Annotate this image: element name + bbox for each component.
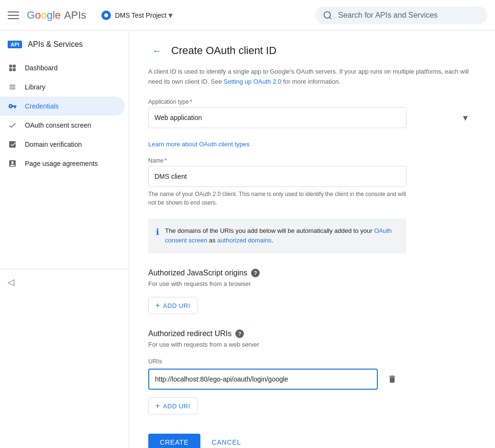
trash-icon bbox=[387, 374, 397, 384]
info-banner-text: The domains of the URIs you add below wi… bbox=[165, 226, 399, 246]
delete-uri-button[interactable] bbox=[384, 371, 401, 388]
page-description: A client ID is used to identify a single… bbox=[148, 67, 473, 87]
sidebar-item-credentials[interactable]: Credentials bbox=[0, 97, 125, 116]
name-field-group: Name * The name of your OAuth 2.0 client… bbox=[148, 157, 473, 207]
uri-row bbox=[148, 369, 473, 390]
add-uri-js-label: ADD URI bbox=[163, 302, 190, 309]
page-title: Create OAuth client ID bbox=[171, 44, 276, 57]
google-apis-logo: Google APIs bbox=[27, 9, 86, 22]
search-bar[interactable]: Search for APIs and Services bbox=[315, 7, 487, 24]
js-origins-help-icon[interactable]: ? bbox=[251, 269, 260, 277]
content-inner: ← Create OAuth client ID A client ID is … bbox=[129, 31, 493, 448]
name-field-hint: The name of your OAuth 2.0 client. This … bbox=[148, 190, 407, 207]
credentials-icon bbox=[8, 101, 17, 111]
credentials-label: Credentials bbox=[25, 102, 59, 110]
svg-rect-3 bbox=[13, 65, 16, 67]
redirect-uris-help-icon[interactable]: ? bbox=[235, 329, 244, 338]
hamburger-menu[interactable] bbox=[8, 10, 19, 21]
oauth-icon bbox=[8, 120, 17, 130]
library-label: Library bbox=[25, 83, 45, 91]
sidebar-title: APIs & Services bbox=[28, 40, 83, 49]
sidebar-item-library[interactable]: Library bbox=[0, 77, 125, 97]
back-button[interactable]: ← bbox=[148, 42, 165, 59]
search-placeholder: Search for APIs and Services bbox=[338, 11, 438, 20]
project-name: DMS Test Project bbox=[115, 11, 166, 19]
info-banner: ℹ The domains of the URIs you add below … bbox=[148, 219, 407, 254]
top-nav: Google APIs DMS Test Project ▾ Search fo… bbox=[0, 0, 495, 31]
api-badge: API bbox=[8, 41, 22, 48]
add-uri-redirect-plus-icon: + bbox=[155, 402, 160, 410]
dashboard-label: Dashboard bbox=[25, 64, 58, 72]
domain-verification-label: Domain verification bbox=[25, 141, 82, 148]
info-icon: ℹ bbox=[156, 227, 159, 237]
sidebar-item-page-usage[interactable]: Page usage agreements bbox=[0, 154, 125, 173]
authorized-domains-link[interactable]: authorized domains bbox=[217, 237, 271, 244]
sidebar-item-domain-verification[interactable]: Domain verification bbox=[0, 135, 125, 154]
uris-label: URIs bbox=[148, 358, 473, 365]
collapse-icon: ◁ bbox=[8, 277, 14, 287]
domain-icon bbox=[8, 140, 17, 149]
add-uri-redirect-button[interactable]: + ADD URI bbox=[148, 397, 198, 415]
sidebar: API APIs & Services Dashboard Library Cr… bbox=[0, 31, 129, 448]
sidebar-item-oauth-consent[interactable]: OAuth consent screen bbox=[0, 116, 125, 135]
uri-input[interactable] bbox=[148, 369, 378, 390]
redirect-uris-section: Authorized redirect URIs ? For use with … bbox=[148, 329, 473, 415]
collapse-sidebar-btn[interactable]: ◁ bbox=[0, 269, 129, 295]
back-arrow-icon: ← bbox=[152, 45, 162, 56]
js-origins-title: Authorized JavaScript origins ? bbox=[148, 269, 473, 277]
dashboard-icon bbox=[8, 63, 17, 73]
cancel-button[interactable]: CANCEL bbox=[208, 434, 245, 448]
create-button[interactable]: CREATE bbox=[148, 434, 200, 448]
library-icon bbox=[8, 82, 17, 92]
add-uri-redirect-label: ADD URI bbox=[163, 403, 190, 410]
oauth-setup-link[interactable]: Setting up OAuth 2.0 bbox=[224, 78, 282, 85]
svg-rect-4 bbox=[9, 68, 12, 71]
search-icon bbox=[323, 11, 332, 20]
project-dot bbox=[101, 11, 111, 20]
content-area: ← Create OAuth client ID A client ID is … bbox=[129, 31, 495, 448]
back-header: ← Create OAuth client ID bbox=[148, 42, 473, 59]
svg-rect-2 bbox=[9, 65, 12, 67]
app-type-select-wrapper: Web application ▾ bbox=[148, 107, 473, 128]
name-field-label: Name bbox=[148, 157, 164, 164]
project-selector[interactable]: DMS Test Project ▾ bbox=[98, 7, 176, 23]
page-usage-icon bbox=[8, 159, 17, 168]
redirect-uris-title: Authorized redirect URIs ? bbox=[148, 329, 473, 338]
name-input[interactable] bbox=[148, 166, 407, 187]
svg-rect-5 bbox=[13, 68, 16, 71]
main-layout: API APIs & Services Dashboard Library Cr… bbox=[0, 31, 495, 448]
page-usage-label: Page usage agreements bbox=[25, 160, 98, 167]
svg-point-0 bbox=[324, 11, 330, 18]
redirect-uris-desc: For use with requests from a web server bbox=[148, 341, 473, 348]
learn-more-link[interactable]: Learn more about OAuth client types bbox=[148, 141, 250, 148]
add-uri-js-button[interactable]: + ADD URI bbox=[148, 297, 198, 314]
js-origins-section: Authorized JavaScript origins ? For use … bbox=[148, 269, 473, 314]
application-type-select[interactable]: Web application bbox=[148, 107, 407, 128]
select-arrow-icon: ▾ bbox=[463, 112, 468, 123]
application-type-field: Application type * Web application ▾ bbox=[148, 98, 473, 128]
sidebar-item-dashboard[interactable]: Dashboard bbox=[0, 58, 125, 77]
project-dropdown-arrow: ▾ bbox=[168, 10, 173, 21]
app-type-label: Application type bbox=[148, 98, 189, 105]
svg-line-1 bbox=[330, 17, 331, 19]
oauth-consent-label: OAuth consent screen bbox=[25, 121, 91, 129]
js-origins-desc: For use with requests from a browser bbox=[148, 280, 473, 287]
sidebar-header: API APIs & Services bbox=[0, 34, 129, 55]
add-uri-js-plus-icon: + bbox=[155, 301, 160, 310]
bottom-actions: CREATE CANCEL bbox=[148, 434, 473, 448]
